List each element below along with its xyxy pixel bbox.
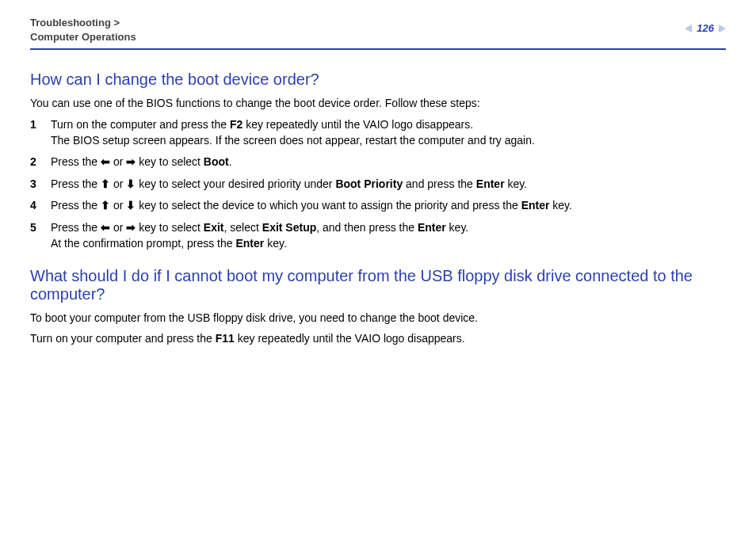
next-page-icon[interactable] bbox=[719, 25, 726, 32]
section2-para1: To boot your computer from the USB flopp… bbox=[30, 311, 726, 324]
arrow-down-icon: ⬇ bbox=[126, 200, 136, 211]
step-text: Turn on the computer and press the F2 ke… bbox=[51, 117, 726, 148]
step-text: Press the ⬅ or ➡ key to select Boot. bbox=[51, 154, 726, 170]
page-number-nav: 126 bbox=[685, 16, 726, 34]
step-text: Press the ⬆ or ⬇ key to select the devic… bbox=[51, 198, 726, 214]
arrow-left-icon: ⬅ bbox=[101, 222, 110, 233]
step-text: Press the ⬅ or ➡ key to select Exit, sel… bbox=[51, 220, 726, 251]
breadcrumb: Troubleshooting > Computer Operations bbox=[30, 16, 136, 44]
page-root: Troubleshooting > Computer Operations 12… bbox=[0, 0, 756, 368]
step-number: 3 bbox=[30, 177, 51, 193]
arrow-right-icon: ➡ bbox=[126, 222, 136, 233]
section2-para2: Turn on your computer and press the F11 … bbox=[30, 332, 726, 345]
arrow-up-icon: ⬆ bbox=[101, 200, 110, 211]
step-5: 5 Press the ⬅ or ➡ key to select Exit, s… bbox=[30, 220, 726, 251]
arrow-up-icon: ⬆ bbox=[101, 178, 110, 189]
step-4: 4 Press the ⬆ or ⬇ key to select the dev… bbox=[30, 198, 726, 214]
prev-page-icon[interactable] bbox=[685, 25, 692, 32]
arrow-down-icon: ⬇ bbox=[126, 178, 136, 189]
section1-intro: You can use one of the BIOS functions to… bbox=[30, 97, 726, 109]
section1-steps: 1 Turn on the computer and press the F2 … bbox=[30, 117, 726, 251]
step-number: 1 bbox=[30, 117, 51, 133]
page-number: 126 bbox=[695, 22, 716, 34]
step-3: 3 Press the ⬆ or ⬇ key to select your de… bbox=[30, 177, 726, 193]
step-2: 2 Press the ⬅ or ➡ key to select Boot. bbox=[30, 154, 726, 170]
step-number: 2 bbox=[30, 154, 51, 170]
section1-heading: How can I change the boot device order? bbox=[30, 71, 726, 89]
breadcrumb-line2: Computer Operations bbox=[30, 31, 136, 43]
arrow-right-icon: ➡ bbox=[126, 156, 136, 167]
step-number: 5 bbox=[30, 220, 51, 236]
step-1: 1 Turn on the computer and press the F2 … bbox=[30, 117, 726, 148]
step-number: 4 bbox=[30, 198, 51, 214]
breadcrumb-line1: Troubleshooting > bbox=[30, 17, 120, 29]
step-text: Press the ⬆ or ⬇ key to select your desi… bbox=[51, 177, 726, 193]
section2-heading: What should I do if I cannot boot my com… bbox=[30, 267, 726, 303]
arrow-left-icon: ⬅ bbox=[101, 156, 110, 167]
page-header: Troubleshooting > Computer Operations 12… bbox=[30, 16, 726, 50]
